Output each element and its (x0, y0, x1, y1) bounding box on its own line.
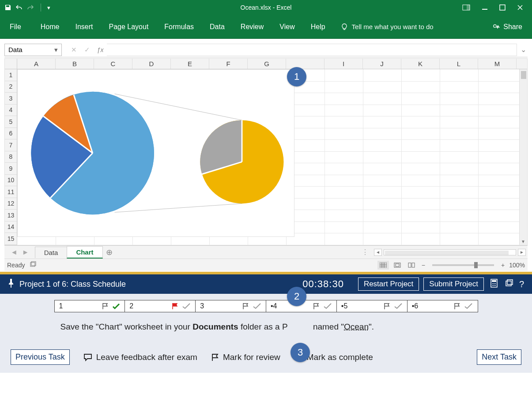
restart-project-button[interactable]: Restart Project (358, 277, 419, 291)
col-header[interactable] (286, 59, 324, 69)
cancel-formula-icon[interactable]: ✕ (67, 46, 80, 54)
zoom-in-icon[interactable]: + (499, 262, 506, 269)
tell-me-search[interactable]: Tell me what you want to do (333, 23, 434, 31)
share-button[interactable]: Share (492, 23, 532, 31)
svg-point-32 (495, 285, 496, 286)
undo-icon[interactable] (15, 4, 23, 11)
cell-grid[interactable] (17, 69, 527, 245)
tab-data[interactable]: Data (202, 15, 233, 39)
row-header[interactable]: 11 (5, 186, 17, 198)
zoom-out-icon[interactable]: − (420, 262, 427, 269)
ribbon-display-icon[interactable] (462, 4, 470, 11)
row-header[interactable]: 10 (5, 175, 17, 187)
maximize-icon[interactable] (499, 4, 506, 11)
row-header[interactable]: 3 (5, 93, 17, 105)
svg-rect-2 (482, 9, 487, 10)
select-all-corner[interactable] (5, 59, 17, 69)
task-tab-3[interactable]: 3 (196, 300, 266, 312)
submit-project-button[interactable]: Submit Project (423, 277, 484, 291)
embedded-chart[interactable] (17, 69, 294, 237)
pin-icon[interactable] (8, 279, 14, 290)
chevron-down-icon: ▾ (54, 46, 58, 54)
col-header[interactable]: J (363, 59, 401, 69)
tab-view[interactable]: View (272, 15, 302, 39)
row-header[interactable]: 7 (5, 139, 17, 151)
col-header[interactable]: F (209, 59, 248, 69)
project-title: Project 1 of 6: Class Schedule (19, 280, 126, 289)
task-tab-5[interactable]: •5 (337, 300, 407, 312)
row-header[interactable]: 13 (5, 210, 17, 221)
zoom-level[interactable]: 100% (509, 262, 525, 269)
window-title: Ocean.xlsx - Excel (241, 4, 292, 11)
leave-feedback-link[interactable]: Leave feedback after exam (83, 352, 197, 362)
close-icon[interactable] (517, 4, 523, 11)
previous-task-button[interactable]: Previous Task (11, 349, 70, 365)
formula-expand-icon[interactable]: ⌄ (519, 45, 528, 54)
sheet-nav-next-icon[interactable]: ► (22, 248, 29, 256)
restore-window-icon[interactable] (504, 279, 513, 289)
new-sheet-icon[interactable]: ⊕ (103, 247, 116, 257)
col-header[interactable]: D (132, 59, 171, 69)
tab-file[interactable]: File (0, 15, 33, 39)
vertical-scrollbar[interactable]: ▼ (519, 69, 527, 245)
tab-formulas[interactable]: Formulas (156, 15, 202, 39)
tab-review[interactable]: Review (233, 15, 272, 39)
redo-icon[interactable] (26, 4, 34, 11)
task-instruction: Save the "Chart" worksheet in your Docum… (54, 322, 478, 332)
tab-insert[interactable]: Insert (67, 15, 101, 39)
svg-point-30 (492, 285, 493, 286)
view-page-break-icon[interactable] (406, 261, 417, 270)
task-tab-2[interactable]: 2 (125, 300, 196, 312)
horizontal-scrollbar[interactable] (384, 249, 516, 255)
sheet-nav-prev-icon[interactable]: ◄ (11, 248, 18, 256)
hscroll-right-icon[interactable]: ► (518, 249, 526, 256)
row-header[interactable]: 1 (5, 69, 17, 81)
col-header[interactable]: C (94, 59, 132, 69)
tab-page-layout[interactable]: Page Layout (101, 15, 156, 39)
callout-3: 3 (291, 343, 310, 362)
row-header[interactable]: 2 (5, 81, 17, 93)
row-header[interactable]: 4 (5, 105, 17, 116)
tab-home[interactable]: Home (33, 15, 68, 39)
row-header[interactable]: 9 (5, 163, 17, 175)
svg-rect-33 (506, 281, 511, 286)
sheet-tab-chart[interactable]: Chart (67, 246, 102, 259)
sheet-tab-data[interactable]: Data (35, 247, 68, 258)
macro-record-icon[interactable] (30, 261, 37, 269)
next-task-button[interactable]: Next Task (477, 349, 521, 365)
tab-help[interactable]: Help (303, 15, 333, 39)
calculator-icon[interactable] (490, 279, 498, 290)
row-header[interactable]: 15 (5, 233, 17, 245)
col-header[interactable]: L (440, 59, 478, 69)
row-header[interactable]: 6 (5, 128, 17, 140)
mark-for-review-link[interactable]: Mark for review (211, 352, 280, 362)
view-normal-icon[interactable] (377, 261, 389, 270)
zoom-slider[interactable] (432, 264, 494, 266)
col-header[interactable]: A (17, 59, 56, 69)
worksheet-area: A B C D E F G I J K L M 1 2 3 4 5 6 7 8 … (4, 58, 528, 245)
help-icon[interactable]: ? (519, 279, 524, 289)
col-header[interactable]: I (324, 59, 363, 69)
svg-point-28 (494, 283, 494, 284)
row-header[interactable]: 5 (5, 116, 17, 128)
task-tab-6[interactable]: •6 (407, 300, 478, 312)
col-header[interactable]: E (171, 59, 209, 69)
svg-point-29 (495, 283, 496, 284)
col-header[interactable]: G (248, 59, 286, 69)
row-header[interactable]: 14 (5, 221, 17, 233)
col-header[interactable]: M (478, 59, 517, 69)
formula-input[interactable] (107, 44, 517, 56)
customize-qa-icon[interactable]: ▾ (47, 4, 50, 11)
row-header[interactable]: 12 (5, 198, 17, 210)
name-box[interactable]: Data ▾ (4, 44, 62, 56)
enter-formula-icon[interactable]: ✓ (80, 46, 94, 54)
col-header[interactable]: K (401, 59, 440, 69)
view-page-layout-icon[interactable] (392, 261, 403, 270)
minimize-icon[interactable] (482, 4, 488, 11)
row-header[interactable]: 8 (5, 151, 17, 163)
insert-function-icon[interactable]: ƒx (94, 46, 107, 53)
task-tab-1[interactable]: 1 (55, 300, 125, 312)
save-icon[interactable] (4, 4, 11, 11)
col-header[interactable]: B (56, 59, 94, 69)
hscroll-left-icon[interactable]: ◄ (374, 249, 382, 256)
